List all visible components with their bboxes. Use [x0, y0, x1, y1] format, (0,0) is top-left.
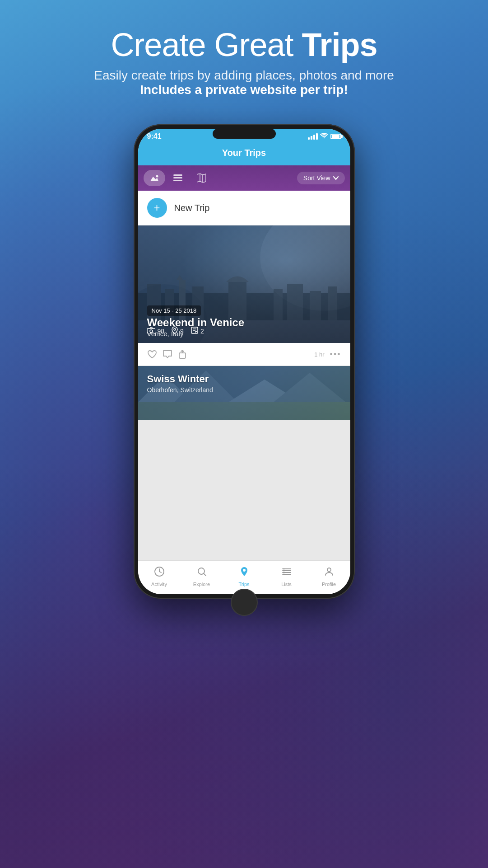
svg-rect-14 — [274, 289, 283, 320]
svg-marker-0 — [150, 177, 158, 181]
photo-view-button[interactable] — [144, 170, 165, 186]
activity-label: Activity — [151, 582, 167, 587]
lists-label: Lists — [281, 582, 292, 587]
trip-places-stat: 9 — [172, 326, 184, 336]
status-time: 9:41 — [147, 132, 162, 141]
hero-title: Create Great Trips — [0, 27, 488, 63]
hero-subtitle-line2: Includes a private website per trip! — [140, 83, 348, 97]
new-trip-label: New Trip — [174, 203, 210, 213]
hero-subtitle: Easily create trips by adding places, ph… — [0, 68, 488, 97]
lists-icon — [281, 566, 292, 580]
hero-subtitle-line1: Easily create trips by adding places, ph… — [94, 68, 394, 82]
svg-rect-17 — [328, 286, 337, 320]
share-button[interactable] — [178, 347, 192, 361]
sort-view-button[interactable]: Sort View — [297, 172, 345, 184]
note-icon — [191, 327, 198, 335]
svg-point-42 — [283, 574, 284, 575]
trip-places-count: 9 — [180, 328, 184, 335]
new-trip-icon: + — [147, 198, 167, 218]
trip-date-badge: Nov 15 - 25 2018 — [147, 305, 201, 316]
svg-rect-2 — [173, 174, 182, 176]
explore-icon — [196, 566, 207, 580]
signal-bar-1 — [308, 137, 310, 140]
trips-label: Trips — [238, 582, 249, 587]
wifi-icon — [320, 133, 328, 141]
nav-profile[interactable]: Profile — [308, 564, 350, 589]
view-toggle-bar: Sort View — [138, 165, 350, 191]
profile-label: Profile — [322, 582, 336, 587]
battery-icon — [330, 134, 341, 139]
trips-icon — [239, 566, 250, 580]
new-trip-plus: + — [153, 202, 160, 214]
nav-activity[interactable]: Activity — [138, 564, 181, 589]
trip-notes-count: 2 — [200, 328, 204, 335]
new-trip-row[interactable]: + New Trip — [138, 191, 350, 225]
trip-notes-stat: 2 — [191, 326, 204, 336]
comment-button[interactable] — [163, 348, 178, 361]
profile-icon — [324, 566, 335, 580]
status-icons — [308, 133, 341, 141]
phone-screen: 9:41 — [138, 129, 350, 594]
hero-section: Create Great Trips Easily create trips b… — [0, 0, 488, 115]
list-view-button[interactable] — [167, 170, 189, 186]
svg-point-43 — [327, 568, 331, 572]
pin-icon — [172, 326, 178, 336]
nav-lists[interactable]: Lists — [265, 564, 308, 589]
trip-swiss-location: Oberhofen, Switzerland — [147, 386, 341, 394]
svg-point-41 — [283, 572, 284, 573]
svg-rect-30 — [138, 402, 350, 420]
svg-point-1 — [156, 175, 158, 178]
svg-rect-13 — [228, 282, 246, 320]
trip-venice-stats: 98 9 — [147, 326, 204, 336]
map-view-button[interactable] — [191, 170, 212, 186]
trip-actions-bar: 1 hr ••• — [138, 343, 350, 366]
signal-bar-2 — [311, 136, 312, 140]
explore-label: Explore — [193, 582, 210, 587]
svg-point-19 — [150, 330, 153, 333]
app-header: Your Trips — [138, 143, 350, 165]
trip-card-swiss-bg: Swiss Winter Oberhofen, Switzerland — [138, 366, 350, 420]
trip-photos-stat: 98 — [147, 326, 165, 336]
signal-bar-4 — [316, 133, 318, 140]
phone-notch — [213, 129, 276, 139]
more-options-button[interactable]: ••• — [330, 350, 341, 359]
signal-bars — [308, 133, 318, 140]
svg-line-33 — [204, 574, 206, 576]
hero-title-regular: Create Great — [111, 27, 302, 63]
like-button[interactable] — [147, 348, 163, 361]
nav-explore[interactable]: Explore — [181, 564, 223, 589]
trip-card-venice[interactable]: Nov 15 - 25 2018 Weekend in Venice Venic… — [138, 225, 350, 343]
sort-view-label: Sort View — [303, 174, 330, 182]
app-header-title: Your Trips — [222, 148, 266, 158]
phone-wrapper: 9:41 — [0, 124, 488, 599]
activity-icon — [154, 566, 165, 580]
svg-rect-15 — [287, 284, 303, 320]
phone-device: 9:41 — [134, 124, 355, 599]
trip-time-ago: 1 hr — [314, 351, 324, 358]
time-ago-value: 1 hr — [314, 351, 324, 358]
svg-point-34 — [243, 569, 246, 572]
trip-card-swiss[interactable]: Swiss Winter Oberhofen, Switzerland — [138, 366, 350, 420]
camera-icon — [147, 327, 155, 335]
nav-trips[interactable]: Trips — [223, 564, 265, 589]
hero-title-bold: Trips — [302, 27, 377, 63]
phone-home-button[interactable] — [231, 589, 258, 616]
svg-point-39 — [283, 568, 284, 570]
svg-marker-5 — [197, 174, 206, 183]
trip-photos-count: 98 — [158, 328, 165, 335]
trip-swiss-title: Swiss Winter — [147, 373, 341, 385]
signal-bar-3 — [313, 135, 315, 140]
svg-rect-4 — [173, 180, 182, 181]
svg-point-20 — [174, 328, 176, 330]
trip-card-venice-bg: Nov 15 - 25 2018 Weekend in Venice Venic… — [138, 225, 350, 343]
svg-rect-3 — [173, 177, 182, 178]
content-area: + New Trip — [138, 191, 350, 560]
svg-point-40 — [283, 570, 284, 572]
svg-rect-24 — [179, 353, 186, 358]
trip-venice-date: Nov 15 - 25 2018 — [152, 307, 197, 314]
